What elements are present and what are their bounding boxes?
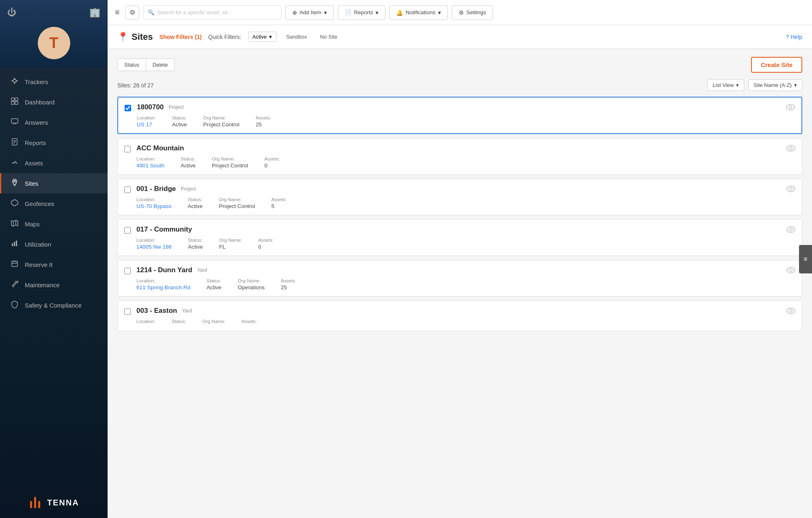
- site-status-1: Active: [181, 163, 196, 169]
- site-row: 1800700 Project Location: US 17 Status: …: [117, 97, 802, 134]
- power-icon[interactable]: ⏻: [7, 7, 16, 18]
- site-checkbox-4[interactable]: [124, 268, 131, 274]
- add-item-button[interactable]: ⊕ Add Item ▾: [285, 5, 334, 20]
- site-location-col-3: Location: 14005 Nw 186: [136, 238, 172, 250]
- settings-label: Settings: [466, 9, 486, 15]
- svg-point-39: [790, 310, 793, 312]
- sort-chevron: ▾: [794, 82, 797, 88]
- svg-point-33: [790, 188, 793, 191]
- svg-rect-21: [12, 261, 17, 267]
- main-content: ≡ ⚙ 🔍 Search for a specific asset, sit..…: [108, 0, 812, 518]
- active-filter-label: Active: [253, 34, 267, 40]
- sidebar-item-geofences[interactable]: Geofences: [0, 193, 108, 214]
- help-link[interactable]: ? Help: [786, 34, 802, 40]
- site-assets-1: 0: [264, 163, 280, 169]
- sidebar-item-assets[interactable]: Assets: [0, 153, 108, 173]
- site-eye-icon-3[interactable]: [786, 226, 795, 235]
- sidebar-item-maps[interactable]: Maps: [0, 214, 108, 234]
- create-site-button[interactable]: Create Site: [751, 57, 802, 73]
- active-filter-pill[interactable]: Active ▾: [248, 32, 276, 42]
- svg-point-37: [790, 269, 793, 272]
- sandbox-filter[interactable]: Sandbox: [283, 33, 310, 41]
- sidebar-item-label-trackers: Trackers: [25, 78, 48, 85]
- content-area: Status Delete Create Site Sites: 26 of 2…: [108, 49, 812, 518]
- site-location-4[interactable]: 611 Spring Branch Rd: [136, 284, 190, 290]
- filter-settings-icon[interactable]: ⚙: [125, 6, 139, 20]
- delete-button[interactable]: Delete: [146, 59, 175, 71]
- show-filters-button[interactable]: Show Filters (1): [160, 34, 202, 40]
- no-site-filter[interactable]: No Site: [317, 33, 341, 41]
- sidebar-item-safety-compliance[interactable]: Safety & Compliance: [0, 295, 108, 315]
- reports-button[interactable]: 📄 Reports ▾: [338, 5, 385, 20]
- site-status-2: Active: [188, 203, 203, 209]
- site-eye-icon-4[interactable]: [786, 267, 795, 275]
- status-button[interactable]: Status: [117, 59, 146, 71]
- sidebar-item-sites[interactable]: Sites: [0, 173, 108, 193]
- filter-panel-icon: ≡: [803, 256, 807, 263]
- site-tag-4: Yard: [197, 267, 207, 273]
- site-eye-icon-1[interactable]: [786, 145, 795, 154]
- search-box[interactable]: 🔍 Search for a specific asset, sit...: [143, 5, 281, 20]
- site-checkbox-1[interactable]: [124, 146, 131, 152]
- site-info-0: 1800700 Project Location: US 17 Status: …: [137, 103, 780, 128]
- add-item-label: Add Item: [300, 9, 322, 15]
- sidebar-item-reports[interactable]: Reports: [0, 132, 108, 153]
- svg-point-36: [787, 267, 795, 273]
- sidebar-item-maintenance[interactable]: Maintenance: [0, 275, 108, 295]
- notifications-button[interactable]: 🔔 Notifications ▾: [389, 5, 448, 20]
- site-status-4: Active: [207, 284, 222, 290]
- location-pin-icon: 📍: [117, 32, 128, 42]
- sort-select[interactable]: Site Name (A-Z) ▾: [748, 79, 802, 91]
- site-checkbox-0[interactable]: [125, 105, 131, 111]
- maintenance-icon: [10, 280, 19, 290]
- list-view-select[interactable]: List View ▾: [707, 79, 744, 91]
- avatar: T: [38, 27, 70, 59]
- trackers-icon: [10, 77, 19, 87]
- sidebar-item-label-sites: Sites: [25, 180, 38, 187]
- site-org-col-3: Org Name: FL: [219, 238, 242, 250]
- site-checkbox-2[interactable]: [124, 186, 131, 193]
- sidebar-item-dashboard[interactable]: Dashboard: [0, 92, 108, 112]
- site-location-1[interactable]: 4901 South: [136, 163, 164, 169]
- site-location-2[interactable]: US-70 Bypass: [136, 203, 171, 209]
- filter-panel-tab[interactable]: ≡: [799, 245, 812, 273]
- site-location-3[interactable]: 14005 Nw 186: [136, 244, 172, 250]
- site-info-3: 017 - Community Location: 14005 Nw 186 S…: [136, 225, 781, 250]
- site-row: 001 - Bridge Project Location: US-70 Byp…: [117, 179, 802, 215]
- sidebar-item-reserve-it[interactable]: Reserve It: [0, 254, 108, 275]
- site-eye-icon-0[interactable]: [786, 104, 795, 113]
- site-org-2: Project Control: [219, 203, 255, 209]
- sidebar-logo: TENNA: [0, 487, 108, 518]
- list-view-label: List View: [713, 82, 734, 88]
- svg-point-35: [790, 228, 793, 231]
- site-org-col-5: Org Name:: [203, 319, 225, 325]
- svg-marker-15: [11, 199, 18, 206]
- site-tag-2: Project: [181, 186, 196, 192]
- action-bar: Status Delete Create Site: [117, 57, 802, 73]
- settings-button[interactable]: ⚙ Settings: [452, 5, 493, 20]
- page-header: 📍 Sites Show Filters (1) Quick Filters: …: [108, 25, 812, 49]
- site-eye-icon-2[interactable]: [786, 186, 795, 194]
- sites-meta: Sites: 26 of 27 List View ▾ Site Name (A…: [117, 79, 802, 91]
- site-assets-col-1: Assets: 0: [264, 156, 280, 169]
- site-checkbox-5[interactable]: [124, 308, 131, 315]
- topbar: ≡ ⚙ 🔍 Search for a specific asset, sit..…: [108, 0, 812, 25]
- site-checkbox-3[interactable]: [124, 227, 131, 234]
- notifications-chevron: ▾: [438, 9, 441, 16]
- site-location-0[interactable]: US 17: [137, 121, 156, 128]
- sidebar-item-utilization[interactable]: Utilization: [0, 234, 108, 254]
- maps-icon: [10, 219, 19, 229]
- site-eye-icon-5[interactable]: [786, 308, 795, 316]
- site-details-5: Location: Status: Org Name: Assets:: [136, 319, 781, 325]
- sidebar-item-label-maps: Maps: [25, 221, 40, 228]
- site-name-4: 1214 - Dunn Yard: [136, 266, 192, 274]
- site-assets-4: 25: [281, 284, 296, 290]
- site-org-0: Project Control: [203, 121, 239, 128]
- geofences-icon: [10, 199, 19, 208]
- site-name-5: 003 - Easton: [136, 307, 177, 315]
- svg-point-31: [790, 147, 793, 150]
- sidebar-item-trackers[interactable]: Trackers: [0, 72, 108, 92]
- menu-icon[interactable]: ≡: [115, 8, 120, 17]
- sidebar-item-answers[interactable]: Answers: [0, 112, 108, 132]
- list-view-chevron: ▾: [736, 82, 739, 88]
